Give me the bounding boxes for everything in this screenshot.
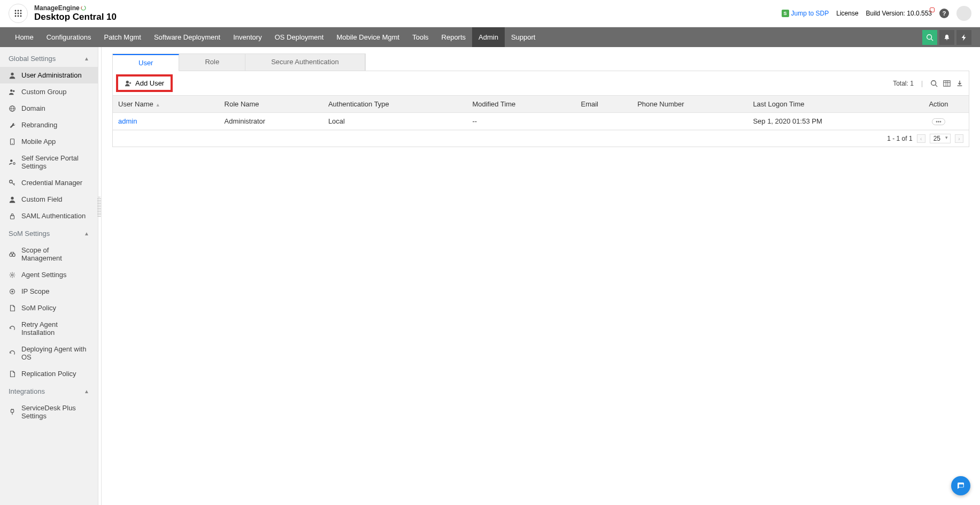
bolt-icon — [960, 34, 968, 41]
pager-prev-button[interactable]: ‹ — [917, 134, 925, 143]
topnav-item-patch-mgmt[interactable]: Patch Mgmt — [98, 27, 148, 47]
column-header-email[interactable]: Email — [576, 96, 632, 113]
column-header-role-name[interactable]: Role Name — [219, 96, 323, 113]
pager-next-button[interactable]: › — [955, 134, 963, 143]
user-name-link[interactable]: admin — [118, 117, 137, 125]
sidebar-item-agent-settings[interactable]: Agent Settings — [0, 266, 98, 283]
sidebar-item-retry-agent-installation[interactable]: Retry Agent Installation — [0, 316, 98, 341]
apps-launcher-button[interactable] — [9, 4, 28, 23]
svg-point-1 — [18, 10, 19, 12]
sidebar-item-label: Agent Settings — [21, 271, 67, 279]
svg-point-21 — [10, 159, 12, 162]
user-table: User Name▲Role NameAuthentication TypeMo… — [113, 95, 969, 130]
sidebar-section-integrations[interactable]: Integrations▲ — [0, 382, 98, 400]
column-header-user-name[interactable]: User Name▲ — [113, 96, 219, 113]
sidebar-item-servicedesk-plus-settings[interactable]: ServiceDesk Plus Settings — [0, 400, 98, 424]
add-user-icon — [125, 80, 132, 87]
sidebar-collapse-handle[interactable] — [98, 47, 102, 505]
sidebar-item-som-policy[interactable]: SoM Policy — [0, 300, 98, 316]
apps-grid-icon — [14, 9, 22, 18]
topnav-item-os-deployment[interactable]: OS Deployment — [268, 27, 330, 47]
topnav-item-tools[interactable]: Tools — [406, 27, 435, 47]
tab-user[interactable]: User — [113, 54, 179, 71]
users-icon — [9, 88, 16, 96]
search-icon — [926, 34, 933, 41]
build-version-label: Build Version: 10.0.553 — [866, 10, 932, 17]
svg-point-7 — [18, 16, 19, 17]
sidebar-item-deploying-agent-with-os[interactable]: Deploying Agent with OS — [0, 341, 98, 365]
sidebar-item-label: SAML Authentication — [21, 212, 86, 220]
export-button[interactable] — [956, 80, 963, 87]
sidebar-item-mobile-app[interactable]: Mobile App — [0, 133, 98, 150]
chat-fab[interactable] — [951, 476, 970, 495]
sidebar-item-credential-manager[interactable]: Credential Manager — [0, 174, 98, 191]
quick-actions-button[interactable] — [956, 30, 971, 45]
jump-to-sdp-link[interactable]: S Jump to SDP — [782, 10, 829, 17]
sidebar-item-label: Self Service Portal Settings — [21, 154, 89, 170]
sidebar-item-label: ServiceDesk Plus Settings — [21, 404, 89, 420]
column-header-phone-number[interactable]: Phone Number — [632, 96, 747, 113]
divider: | — [921, 80, 923, 87]
sidebar-item-label: Retry Agent Installation — [21, 320, 89, 336]
sidebar-section-som-settings[interactable]: SoM Settings▲ — [0, 224, 98, 242]
sidebar-item-scope-of-management[interactable]: Scope of Management — [0, 242, 98, 266]
search-icon — [930, 80, 938, 87]
user-icon — [9, 196, 16, 203]
sidebar-item-saml-authentication[interactable]: SAML Authentication — [0, 208, 98, 224]
svg-point-20 — [12, 143, 12, 143]
svg-point-24 — [11, 196, 13, 199]
license-link[interactable]: License — [836, 10, 858, 17]
svg-point-14 — [10, 89, 12, 91]
sidebar-section-global-settings[interactable]: Global Settings▲ — [0, 49, 98, 67]
sidebar-item-user-administration[interactable]: User Administration — [0, 67, 98, 83]
notifications-button[interactable] — [939, 30, 954, 45]
sidebar-item-ip-scope[interactable]: IP Scope — [0, 283, 98, 300]
sidebar-item-self-service-portal-settings[interactable]: Self Service Portal Settings — [0, 150, 98, 174]
avatar[interactable] — [956, 6, 971, 21]
topnav-item-reports[interactable]: Reports — [435, 27, 473, 47]
topnav-item-home[interactable]: Home — [9, 27, 40, 47]
download-icon — [956, 80, 963, 87]
sidebar-item-rebranding[interactable]: Rebranding — [0, 117, 98, 133]
tab-role[interactable]: Role — [179, 54, 245, 71]
svg-point-22 — [13, 163, 16, 165]
column-header-last-logon-time[interactable]: Last Logon Time — [747, 96, 908, 113]
brand: ManageEngine Desktop Central 10 — [34, 4, 117, 22]
topnav-item-configurations[interactable]: Configurations — [40, 27, 98, 47]
add-user-button[interactable]: Add User — [116, 74, 173, 92]
brand-bottom: Desktop Central 10 — [34, 12, 117, 22]
help-button[interactable]: ? — [939, 9, 949, 18]
topnav-item-support[interactable]: Support — [505, 27, 542, 47]
chevron-up-icon: ▲ — [84, 56, 89, 62]
sidebar-item-label: Mobile App — [21, 137, 56, 146]
pager-size-select[interactable]: 25 — [930, 134, 951, 143]
search-button[interactable] — [922, 30, 937, 45]
tab-secure-authentication[interactable]: Secure Authentication — [245, 54, 365, 71]
column-header-action[interactable]: Action — [908, 96, 969, 113]
columns-button[interactable] — [943, 80, 951, 87]
add-user-label: Add User — [135, 79, 164, 87]
column-header-authentication-type[interactable]: Authentication Type — [323, 96, 467, 113]
topnav-item-inventory[interactable]: Inventory — [227, 27, 268, 47]
svg-point-5 — [20, 13, 22, 14]
topnav-item-admin[interactable]: Admin — [472, 27, 505, 47]
brand-top: ManageEngine — [34, 4, 80, 12]
sidebar-item-custom-field[interactable]: Custom Field — [0, 191, 98, 208]
table-search-button[interactable] — [930, 80, 938, 87]
mobile-icon — [9, 138, 16, 146]
topnav-item-software-deployment[interactable]: Software Deployment — [148, 27, 227, 47]
sidebar-item-replication-policy[interactable]: Replication Policy — [0, 365, 98, 382]
sidebar-item-custom-group[interactable]: Custom Group — [0, 83, 98, 100]
row-action-button[interactable]: ••• — [932, 118, 945, 125]
retry-icon — [9, 325, 16, 332]
table-body: adminAdministratorLocal--Sep 1, 2020 01:… — [113, 113, 969, 130]
svg-point-15 — [13, 90, 15, 92]
top-nav: HomeConfigurationsPatch MgmtSoftware Dep… — [0, 27, 980, 47]
sidebar-item-domain[interactable]: Domain — [0, 100, 98, 117]
column-header-modified-time[interactable]: Modified Time — [467, 96, 575, 113]
topnav-item-mobile-device-mgmt[interactable]: Mobile Device Mgmt — [330, 27, 406, 47]
pager-range: 1 - 1 of 1 — [887, 135, 912, 142]
target-icon — [9, 288, 16, 295]
svg-point-11 — [927, 34, 932, 39]
doc-icon — [9, 304, 16, 312]
